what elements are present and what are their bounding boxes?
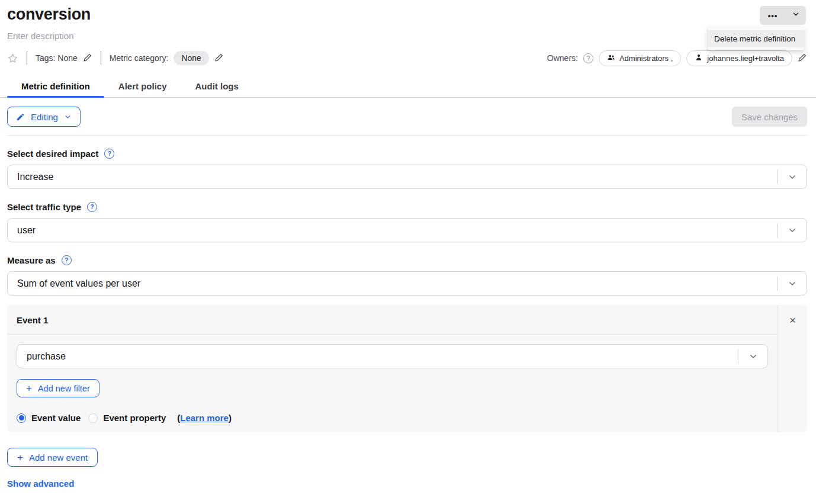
learn-more-link[interactable]: Learn more [180, 413, 229, 423]
add-new-filter-button[interactable]: + Add new filter [17, 379, 99, 397]
measure-select-value: Sum of event values per user [8, 278, 777, 289]
page-header: conversion Enter description Tags: None … [0, 6, 816, 65]
help-icon[interactable]: ? [87, 202, 97, 212]
radio-event-property-label[interactable]: Event property [103, 413, 166, 423]
traffic-select-value: user [8, 225, 777, 236]
editing-label: Editing [31, 112, 58, 122]
more-actions-button[interactable]: ••• [760, 6, 786, 25]
person-icon [695, 53, 703, 63]
ellipsis-icon: ••• [768, 11, 778, 20]
edit-owners-button[interactable] [798, 53, 807, 64]
main-content: Editing Save changes Select desired impa… [0, 107, 816, 504]
radio-event-value-label[interactable]: Event value [31, 413, 81, 423]
plus-icon: + [26, 383, 32, 393]
star-icon [7, 53, 18, 64]
divider [101, 52, 101, 65]
owners-help-icon[interactable]: ? [583, 53, 593, 63]
chevron-down-icon [738, 352, 767, 361]
tags-label: Tags: None [36, 53, 78, 63]
divider [27, 52, 27, 65]
pencil-icon [214, 53, 224, 64]
event-name-value: purchase [17, 351, 738, 362]
impact-field-label: Select desired impact ? [7, 149, 807, 159]
favorite-star-button[interactable] [7, 53, 18, 64]
group-icon [607, 53, 615, 63]
owner-name: Administrators , [619, 54, 673, 63]
pencil-icon [16, 113, 25, 121]
owner-badge-user: johannes.liegl+travolta [686, 50, 792, 66]
radio-event-property[interactable] [88, 413, 98, 423]
measure-select[interactable]: Sum of event values per user [7, 271, 807, 296]
show-advanced-link[interactable]: Show advanced [7, 479, 74, 489]
owners-row: Owners: ? Administrators , johannes.lieg… [547, 50, 807, 66]
metric-category-label: Metric category: [110, 53, 169, 63]
value-source-radio-group: Event value Event property (Learn more) [17, 413, 768, 423]
more-actions-menu: Delete metric definition [708, 27, 804, 50]
impact-select-value: Increase [8, 172, 777, 182]
traffic-select[interactable]: user [7, 218, 807, 242]
tab-bar: Metric definition Alert policy Audit log… [0, 77, 816, 98]
event-name-select[interactable]: purchase [17, 344, 768, 368]
traffic-field-label: Select traffic type ? [7, 202, 807, 212]
learn-more-text: (Learn more) [177, 413, 232, 423]
chevron-down-icon [792, 10, 800, 21]
page-title: conversion [7, 6, 807, 23]
owner-badge-administrators: Administrators , [599, 50, 681, 66]
editing-mode-button[interactable]: Editing [7, 107, 81, 127]
add-new-event-button[interactable]: + Add new event [7, 448, 98, 467]
more-actions-split-button[interactable]: ••• [760, 6, 806, 25]
chevron-down-icon [778, 226, 807, 235]
edit-tags-button[interactable] [83, 53, 92, 64]
event-card-title: Event 1 [7, 305, 778, 335]
event-card: Event 1 purchase + Add new filter Event … [7, 305, 807, 432]
chevron-down-icon [778, 172, 807, 182]
tab-audit-logs[interactable]: Audit logs [181, 77, 253, 97]
pencil-icon [83, 53, 92, 64]
tab-metric-definition[interactable]: Metric definition [7, 77, 104, 97]
plus-icon: + [17, 452, 23, 463]
menu-item-delete-metric[interactable]: Delete metric definition [708, 30, 804, 47]
toolbar: Editing Save changes [7, 107, 807, 127]
description-placeholder[interactable]: Enter description [7, 31, 807, 41]
help-icon[interactable]: ? [62, 255, 72, 265]
event-card-rail: × [778, 305, 807, 432]
edit-category-button[interactable] [214, 53, 224, 64]
help-icon[interactable]: ? [104, 149, 114, 159]
measure-field-label: Measure as ? [7, 255, 807, 265]
metric-category-badge: None [174, 51, 208, 65]
remove-event-button[interactable]: × [789, 314, 796, 326]
radio-event-value[interactable] [17, 413, 26, 423]
save-changes-button[interactable]: Save changes [732, 107, 807, 127]
close-icon: × [789, 314, 796, 326]
pencil-icon [798, 53, 807, 64]
more-actions-dropdown-toggle[interactable] [786, 6, 806, 25]
tab-alert-policy[interactable]: Alert policy [104, 77, 181, 97]
owners-label: Owners: [547, 53, 578, 63]
chevron-down-icon [778, 279, 807, 288]
owner-name: johannes.liegl+travolta [707, 54, 784, 63]
meta-row: Tags: None Metric category: None [7, 51, 807, 65]
divider [7, 135, 807, 136]
chevron-down-icon [64, 113, 72, 121]
impact-select[interactable]: Increase [7, 165, 807, 189]
